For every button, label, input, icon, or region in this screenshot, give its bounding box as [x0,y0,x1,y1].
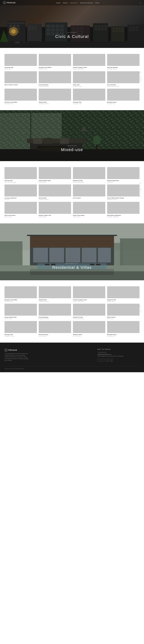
project-card-res-6[interactable]: French Embassy Casablanca, Morocco [39,304,71,319]
interior-category: INTERIOR [61,145,83,146]
hero-text-block: CATEGORY Civic & Cultural [55,32,89,39]
residential-hero: RESIDENTIAL Residential & Villas [0,224,144,280]
hero-category: CATEGORY [55,32,89,33]
next-arrow[interactable]: › [139,77,141,79]
project-subtitle: New York, Artma [39,336,71,336]
footer-description: The company provide an architecture Stud… [5,353,29,361]
project-title: Tycoon Office Interior Design [107,197,139,199]
project-subtitle: Casablanca, Morocco [39,301,71,302]
next-label: NEXT [139,72,142,73]
project-title: European Lard Station [5,299,37,300]
site-logo[interactable]: ⬡ PRAGUE [3,1,16,4]
twitter-icon[interactable]: t [102,359,105,362]
project-card-res-12[interactable]: Mountain House Abu Dhabi, UAE [107,321,139,336]
project-card-mixed-1[interactable]: Yabroudi Villa Cudo, Jordan and Dubai [5,167,37,183]
project-card-mixed-9[interactable]: Stone Know House New York, USA [5,202,37,218]
project-card-mixed-5[interactable]: Luxurious apartment Kuwait, Iran [5,184,37,200]
project-card-civic-1[interactable]: Poolscape Villa Jeddah, Jordan [5,54,37,70]
project-card-mixed-2[interactable]: Amman Rotana Hotel Al Ftaz, Jordan [39,167,71,183]
project-card-mixed-12[interactable]: Daniel Moore Apartment Amsterdam, Nether… [107,202,139,218]
project-card-res-10[interactable]: Genrouse House New York, Artma [39,321,71,336]
residential-project-grid: European Lard Station Stralsourg, France… [5,286,139,336]
project-card-civic-3[interactable]: Cultural Complex Centre Prague, Szekeles… [73,54,105,70]
project-card-civic-8[interactable]: Evo Grand Hall Prague, Colnne Nouvelle [107,71,139,87]
nav-home[interactable]: HOME [56,2,60,4]
project-card-mixed-11[interactable]: Paslet Tones design Jordan, Morocco [73,202,105,218]
project-subtitle: Paris, France [107,318,139,319]
project-title: Yabroudi Villa [39,299,71,300]
project-title: Stone Know House [5,215,37,216]
project-card-civic-11[interactable]: Seascape Villa Guangzhou, China [73,89,105,104]
project-title: Genrouse House [39,334,71,335]
project-card-res-5[interactable]: Amman Rotana Hotel Amman, Jordan [5,304,37,319]
footer-email[interactable]: info@praguearchitecture.com [97,354,139,356]
project-title: Yabroudi Villa [39,102,71,103]
project-card-res-3[interactable]: Cultural Complex Centre Prague, Szekeles… [73,286,105,302]
project-title: European Lard Station [39,67,71,68]
project-card-res-9[interactable]: Seascape Villa Casablanca, Morocco [5,321,37,336]
project-subtitle: Prague, Colnne Nouvelle [107,86,139,87]
googleplus-icon[interactable]: g+ [110,359,113,362]
project-subtitle: Stralsourg, France [5,301,37,302]
search-icon[interactable]: ⌕ [140,2,141,4]
footer-logo-text: PRAGUE [9,349,17,351]
project-subtitle: Jordan, Morocco [73,216,105,218]
project-title: Alto Furniture [39,197,71,199]
project-title: Mountain House [107,334,139,335]
nav-pages[interactable]: PAGES [63,2,68,4]
project-card-res-2[interactable]: Yabroudi Villa Casablanca, Morocco [39,286,71,302]
project-subtitle: Al Ftaz, Jordan [39,182,71,183]
project-title: Seascape Villa [73,102,105,103]
project-card-mixed-4[interactable]: Valistion Apartments Turkey, Kula [107,167,139,183]
project-card-civic-9[interactable]: American Lard Station Stralsourg, France [5,89,37,104]
project-card-civic-10[interactable]: Yabroudi Villa Casablanca, Morocco [39,89,71,104]
project-subtitle: Guangzhou, China [73,103,105,104]
nav-projects[interactable]: PROJECTS [70,2,78,4]
residential-text-block: RESIDENTIAL Residential & Villas [52,263,92,270]
footer-phone: +1 (901) 020 42 10 [97,352,139,354]
project-title: Hower Cafe [73,84,105,86]
project-title: Paslet Tones design [73,215,105,216]
project-card-civic-12[interactable]: Mountain House Abu Dhabi, UAE [107,89,139,104]
project-card-mixed-10[interactable]: Henders Tragers Villa Jordan, Bolznia [39,202,71,218]
footer-about: ⬡ PRAGUE The company provide an architec… [5,348,47,362]
facebook-icon[interactable]: f [97,359,100,362]
project-card-civic-4[interactable]: Aivar Alto Museum Guadalajara, Bolznia [107,54,139,70]
project-subtitle: Amsterdam, Netherlands [107,216,139,218]
prev-arrow-mixed[interactable]: ‹ [139,188,141,190]
project-card-civic-2[interactable]: European Lard Station Stralsourg, France [39,54,71,70]
project-card-civic-5[interactable]: Dance & Music Theatre [5,71,37,87]
project-card-res-7[interactable]: Handote the Villa Stralsourg, Netherland… [73,304,105,319]
linkedin-icon[interactable]: in [106,359,109,362]
project-title: Mountain House [107,102,139,103]
project-subtitle: Casablanca, Morocco [39,103,71,104]
footer-inner: ⬡ PRAGUE The company provide an architec… [5,348,139,362]
prev-arrow[interactable]: ‹ [139,79,141,81]
project-card-mixed-8[interactable]: Tycoon Office Interior Design Casablanca… [107,184,139,200]
project-title: American Lard Station [5,102,37,103]
project-title: Handote the Villa [73,316,105,318]
project-title: Luxurious apartment [5,197,37,199]
footer: ⬡ PRAGUE The company provide an architec… [0,342,144,372]
project-card-civic-7[interactable]: Hower Cafe Guangzhou, China [73,71,105,87]
project-title: French Embassy [39,316,71,318]
project-card-civic-6[interactable]: French Embassy Casablanca, Morocco [39,71,71,87]
mixed-grid-section: Yabroudi Villa Cudo, Jordan and Dubai Am… [0,161,144,224]
project-subtitle: Prague, Szekeles Chita [73,68,105,70]
nav-blog[interactable]: BLOG [96,2,99,4]
project-card-mixed-3[interactable]: Handote the Villa Stralsourg, Netherland… [73,167,105,183]
project-title: Cultural Complex Centre [73,67,105,68]
project-card-res-4[interactable]: Dolbourne Villa Dublgina, Ohio [107,286,139,302]
project-title: Henders Tragers Villa [39,215,71,216]
civic-grid-section: Poolscape Villa Jeddah, Jordan European … [0,48,144,110]
project-card-res-8[interactable]: Eastern Sector Paris, France [107,304,139,319]
prev-arrow-res[interactable]: ‹ [139,310,141,312]
project-title: Handote the Villa [73,180,105,181]
project-card-mixed-6[interactable]: Alto Furniture Casablanca, Morocco [39,184,71,200]
next-arrow-mixed[interactable]: › [139,190,141,192]
nav-project-details[interactable]: PROJECT DETAILS [80,2,93,4]
project-card-mixed-7[interactable]: Alto Furniture [73,184,105,200]
project-card-res-11[interactable]: Valistone House New York, Artma [73,321,105,336]
project-title: Valistone House [73,334,105,335]
project-card-res-1[interactable]: European Lard Station Stralsourg, France [5,286,37,302]
